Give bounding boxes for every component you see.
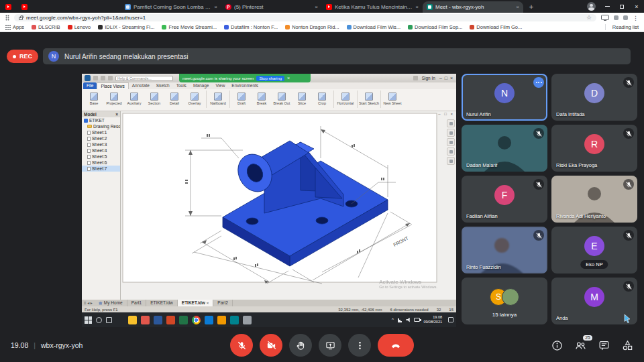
screen-share-indicator-icon[interactable] xyxy=(601,15,609,21)
tree-item-sheet3[interactable]: Sheet:3 xyxy=(82,141,120,147)
ribbon-button-slice[interactable]: Slice xyxy=(292,93,312,105)
tree-item-sheet1[interactable]: Sheet:1 xyxy=(82,129,120,135)
edge-icon[interactable] xyxy=(205,316,213,324)
ribbon-button-projected[interactable]: Projected xyxy=(104,93,124,105)
bookmark-item[interactable]: Nonton Dragon Rid... xyxy=(285,24,339,30)
ribbon-button-new-sheet[interactable]: New Sheet xyxy=(382,93,402,105)
bookmark-item[interactable]: DLSCRIB xyxy=(32,24,60,30)
network-icon[interactable] xyxy=(398,318,402,322)
shared-screen[interactable]: Help & Commands... Sign In – □ × meet.go… xyxy=(82,74,456,327)
task-view-icon[interactable] xyxy=(106,317,112,323)
tile-eko-np[interactable]: E Eko NP xyxy=(551,227,637,274)
doc-tab-part1[interactable]: Part1 xyxy=(127,300,147,306)
tile-rivanda-adi-heriyanto[interactable]: Rivanda Adi Heriyanto xyxy=(551,176,637,223)
tile-overflow-15-lainnya[interactable]: S 15 lainnya xyxy=(462,278,547,324)
tile-rinto-fuazzidin[interactable]: Rinto Fuazzidin xyxy=(462,227,547,274)
extension-icon[interactable] xyxy=(623,15,628,20)
tab-pamflet[interactable]: Pamflet Coming Soon Lomba S... × xyxy=(121,1,221,13)
new-tab-button[interactable]: + xyxy=(526,2,537,13)
app-icon-teal[interactable] xyxy=(230,316,239,324)
participants-button[interactable]: 25 xyxy=(575,340,586,351)
look-at-icon[interactable] xyxy=(447,157,455,165)
bookmark-item[interactable]: Download Film Sop... xyxy=(408,24,462,30)
bookmark-item[interactable]: IDLIX - Streaming Fi... xyxy=(98,24,154,30)
tile-menu-button[interactable] xyxy=(533,77,544,88)
ribbon-button-section[interactable]: Section xyxy=(144,93,164,105)
doc-tab-part2[interactable]: Part2 xyxy=(213,300,233,306)
more-options-button[interactable] xyxy=(348,334,371,357)
extension-icon[interactable] xyxy=(614,15,619,20)
bookmark-item[interactable]: Download Film Wis... xyxy=(347,24,400,30)
start-button[interactable] xyxy=(85,316,92,324)
address-bar[interactable]: meet.google.com/wbx-rgyx-yoh?pli=1&authu… xyxy=(14,14,596,21)
ribbon-button-auxiliary[interactable]: Auxiliary xyxy=(124,93,144,105)
bookmark-item[interactable]: Lenovo xyxy=(68,24,91,30)
tree-item-sheet7[interactable]: Sheet:7 xyxy=(82,166,120,172)
tile-fadllan-alifian[interactable]: F Fadllan Alifian xyxy=(462,176,547,223)
app-icon-red[interactable] xyxy=(141,316,150,324)
close-tab-icon[interactable]: × xyxy=(214,4,217,10)
present-screen-button[interactable] xyxy=(319,334,341,357)
tab-scroll-icons[interactable]: ≡ ◂ ▸ xyxy=(82,300,95,306)
search-icon[interactable] xyxy=(96,317,102,323)
bookmark-item[interactable]: Dutafilm : Nonton F... xyxy=(224,24,278,30)
ribbon-button-detail[interactable]: Detail xyxy=(164,93,184,105)
action-center-icon[interactable] xyxy=(448,317,453,322)
app-icon-gray[interactable] xyxy=(243,316,252,324)
mic-toggle-button[interactable] xyxy=(230,334,253,357)
ribbon-button-nailboard[interactable]: Nailboard xyxy=(208,93,228,105)
ribbon-tab-place-views[interactable]: Place Views xyxy=(97,82,128,89)
tile-riski-eka-prayoga[interactable]: R Riski Eka Prayoga xyxy=(551,125,637,172)
close-tab-icon[interactable]: × xyxy=(315,4,318,10)
save-icon[interactable] xyxy=(93,76,98,80)
taskbar-clock[interactable]: 19.08 09/08/2021 xyxy=(423,315,442,324)
battery-icon[interactable] xyxy=(414,318,420,322)
activities-button[interactable] xyxy=(622,340,633,351)
bookmark-star-icon[interactable]: ☆ xyxy=(586,15,592,21)
pinned-tab[interactable] xyxy=(0,1,16,13)
meeting-details-button[interactable] xyxy=(551,340,563,351)
ribbon-button-overlay[interactable]: Overlay xyxy=(184,93,205,105)
app-icon-orange[interactable] xyxy=(217,316,226,324)
chrome-icon[interactable] xyxy=(192,316,201,324)
tree-item-root[interactable]: ETIKET xyxy=(82,117,120,123)
ribbon-tab-manage[interactable]: Manage xyxy=(190,82,213,89)
minimize-button[interactable] xyxy=(600,0,614,13)
undo-icon[interactable] xyxy=(101,76,105,80)
notification-icon[interactable] xyxy=(413,76,418,80)
pinned-tab[interactable] xyxy=(16,1,32,13)
close-window-button[interactable]: × xyxy=(629,0,644,13)
document-window-controls[interactable]: – □ × xyxy=(438,112,454,116)
zoom-icon[interactable] xyxy=(447,138,455,146)
chat-button[interactable] xyxy=(598,340,610,351)
tree-item-sheet2[interactable]: Sheet:2 xyxy=(82,135,120,141)
apps-shortcut[interactable]: Apps xyxy=(5,24,24,30)
dismiss-banner-icon[interactable]: × xyxy=(287,76,290,80)
ribbon-tab-view[interactable]: View xyxy=(212,82,228,89)
tray-expand-icon[interactable]: ⌃ xyxy=(391,318,395,322)
ribbon-button-base[interactable]: Base xyxy=(84,93,104,105)
close-tab-icon[interactable]: × xyxy=(516,4,519,10)
maximize-button[interactable] xyxy=(614,0,629,13)
ribbon-tab-tools[interactable]: Tools xyxy=(173,82,190,89)
inventor-window-controls[interactable]: – □ × xyxy=(439,76,453,80)
tab-pinterest[interactable]: P (5) Pinterest × xyxy=(221,1,322,13)
ribbon-button-start-sketch[interactable]: Start Sketch xyxy=(359,93,379,105)
bookmark-item[interactable]: Free Movie Streami... xyxy=(162,24,217,30)
ribbon-button-horizontal[interactable]: Horizontal xyxy=(335,93,356,105)
raise-hand-button[interactable] xyxy=(289,334,312,357)
ribbon-button-break[interactable]: Break xyxy=(252,93,272,105)
view-cube-icon[interactable] xyxy=(447,119,455,127)
doc-tab-etiket-2-active[interactable]: ETIKET.idw× xyxy=(178,300,214,306)
speaker-icon[interactable] xyxy=(406,318,411,322)
tree-item-sheet5[interactable]: Sheet:5 xyxy=(82,154,120,160)
tile-dafa-intifada[interactable]: D Dafa Intifada xyxy=(551,74,637,121)
ribbon-tab-environments[interactable]: Environments xyxy=(228,82,262,89)
command-search-input[interactable]: Help & Commands... xyxy=(115,76,173,81)
ribbon-button-break-out[interactable]: Break Out xyxy=(272,93,292,105)
end-call-button[interactable] xyxy=(378,334,414,357)
ribbon-tab-file[interactable]: File xyxy=(83,82,97,89)
pan-icon[interactable] xyxy=(447,129,455,137)
close-panel-icon[interactable]: × xyxy=(115,112,118,117)
bookmark-item[interactable]: Download Film Go... xyxy=(470,24,522,30)
